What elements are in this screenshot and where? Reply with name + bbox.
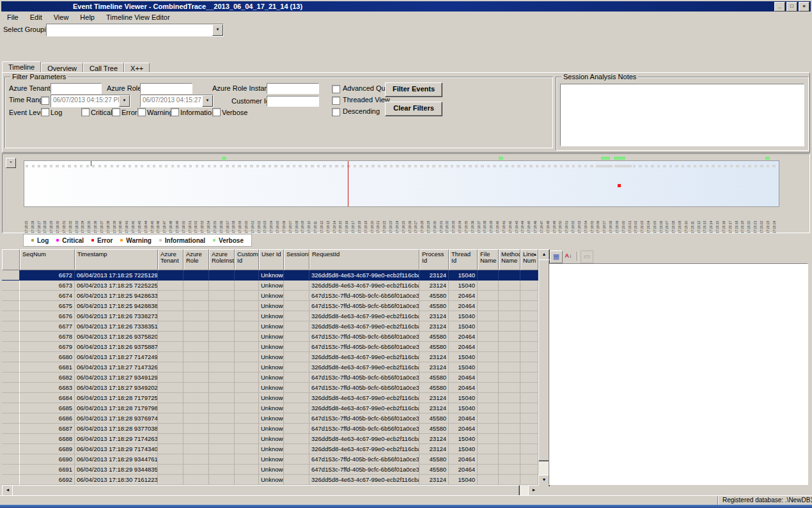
- timeline-plot-area[interactable]: [24, 160, 779, 207]
- column-header-requestid[interactable]: RequestId: [309, 249, 419, 270]
- axis-tick-label: 17:19:12: [319, 206, 325, 233]
- table-row[interactable]: 667806/04/2013 17:18:26 9375820Unknown64…: [2, 332, 538, 342]
- chevron-down-icon[interactable]: ▼: [202, 95, 213, 107]
- table-row[interactable]: 668806/04/2013 17:18:29 7174263Unknown32…: [2, 434, 538, 444]
- table-row[interactable]: 668006/04/2013 17:18:27 7147249Unknown32…: [2, 352, 538, 362]
- event-level-critical-checkbox[interactable]: [81, 108, 90, 116]
- column-header-azure-role[interactable]: Azure Role: [183, 249, 209, 270]
- customer-id-input[interactable]: [267, 96, 319, 107]
- table-row[interactable]: 667306/04/2013 17:18:25 7225225Unknown32…: [2, 281, 538, 291]
- column-header-row-selector[interactable]: [2, 249, 20, 270]
- table-row[interactable]: 668206/04/2013 17:18:27 9349129Unknown64…: [2, 373, 538, 383]
- cell: [478, 291, 499, 301]
- column-header-azure-roleinstan[interactable]: Azure RoleInstan: [209, 249, 235, 270]
- event-level-information-checkbox[interactable]: [171, 108, 179, 116]
- chevron-down-icon[interactable]: ▼: [119, 95, 130, 107]
- collapse-chart-button[interactable]: -: [6, 158, 16, 168]
- alphabetical-sort-icon[interactable]: A↓: [563, 250, 574, 262]
- column-header-seqnum[interactable]: SeqNum: [20, 249, 75, 270]
- tab-call-tree[interactable]: Call Tree: [83, 63, 124, 73]
- table-row[interactable]: 668506/04/2013 17:18:28 7179798Unknown32…: [2, 403, 538, 413]
- time-range-checkbox[interactable]: [41, 96, 49, 105]
- cell: 6691: [20, 465, 75, 475]
- cell: [284, 321, 309, 332]
- table-row[interactable]: 667506/04/2013 17:18:25 9428838Unknown64…: [2, 301, 538, 311]
- cell: [158, 413, 183, 424]
- clear-filters-button[interactable]: Clear Filters: [385, 102, 442, 116]
- cell: Unknown: [259, 475, 284, 485]
- tab-timeline[interactable]: Timeline: [2, 61, 41, 73]
- column-header-line-num[interactable]: Line Num▲: [520, 249, 538, 270]
- filter-events-button[interactable]: Filter Events: [385, 82, 442, 97]
- table-row[interactable]: 667706/04/2013 17:18:26 7338351Unknown32…: [2, 321, 538, 332]
- table-row[interactable]: 668706/04/2013 17:18:28 9377038Unknown64…: [2, 424, 538, 434]
- descending-checkbox[interactable]: [332, 108, 340, 116]
- minimize-button[interactable]: _: [774, 2, 785, 12]
- close-button[interactable]: ×: [799, 2, 809, 12]
- verbose-marker: [765, 157, 770, 160]
- column-header-customer-id[interactable]: Customer Id: [235, 249, 259, 270]
- chevron-down-icon[interactable]: ▼: [212, 24, 223, 36]
- advanced-query-checkbox[interactable]: [332, 85, 340, 93]
- axis-tick-label: 17:19:15: [338, 206, 344, 233]
- time-range-to-picker[interactable]: 06/07/2013 04:15:27 PM ▼: [140, 95, 214, 107]
- menu-item-timeline-view-editor[interactable]: Timeline View Editor: [100, 12, 176, 22]
- azure-tenant-input[interactable]: [51, 83, 102, 94]
- table-row[interactable]: 668406/04/2013 17:18:28 7179725Unknown32…: [2, 393, 538, 403]
- verbose-marker: [222, 157, 226, 160]
- column-header-sessionid[interactable]: SessionId: [284, 249, 309, 270]
- event-level-verbose-checkbox[interactable]: [212, 108, 221, 116]
- cell: [2, 321, 20, 332]
- event-level-warning-checkbox[interactable]: [137, 108, 146, 116]
- select-grouping-dropdown[interactable]: ▼: [46, 24, 224, 36]
- restore-button[interactable]: □: [786, 2, 797, 12]
- column-header-method-name[interactable]: Method Name: [499, 249, 520, 270]
- column-header-thread-id[interactable]: Thread Id: [449, 249, 478, 270]
- property-panel-content[interactable]: [549, 263, 808, 485]
- table-row[interactable]: 669206/04/2013 17:18:30 7161223Unknown32…: [2, 475, 538, 485]
- column-header-azure-tenant[interactable]: Azure Tenant: [158, 249, 183, 270]
- table-row[interactable]: 669006/04/2013 17:18:29 9344761Unknown64…: [2, 454, 538, 465]
- verbose-dot-icon: [213, 239, 215, 242]
- cell: 326dd5d8-4e63-4c67-99e0-ecb2f116cba5: [309, 321, 419, 332]
- axis-tick-label: 17:19:04: [269, 206, 275, 233]
- tab-x[interactable]: X++: [124, 63, 150, 73]
- axis-tick-label: 17:19:31: [439, 206, 445, 233]
- axis-tick-label: 17:20:01: [627, 206, 634, 233]
- cell: [158, 393, 183, 403]
- title-bar[interactable]: Event Timeline Viewer - CombinedTrace__2…: [1, 1, 811, 12]
- time-range-from-picker[interactable]: 06/07/2013 04:15:27 PM ▼: [51, 95, 130, 107]
- categorized-icon[interactable]: ▦: [550, 250, 563, 263]
- column-header-file-name[interactable]: File Name: [478, 249, 499, 270]
- cell: 647d153c-7ffd-405b-9cfc-6b56f01a0ce3: [309, 413, 419, 424]
- column-header-process-id[interactable]: Process Id: [419, 249, 449, 270]
- table-row[interactable]: 667406/04/2013 17:18:25 9428633Unknown64…: [2, 291, 538, 301]
- table-row[interactable]: 668606/04/2013 17:18:28 9376974Unknown64…: [2, 413, 538, 424]
- table-row[interactable]: 668906/04/2013 17:18:29 7174340Unknown32…: [2, 444, 538, 454]
- menu-item-help[interactable]: Help: [74, 12, 100, 22]
- cell: 6683: [20, 383, 75, 393]
- axis-tick-label: 17:18:52: [193, 206, 199, 233]
- azure-role-instance-input[interactable]: [267, 83, 319, 94]
- table-row[interactable]: 667906/04/2013 17:18:26 9375887Unknown64…: [2, 342, 538, 352]
- azure-role-input[interactable]: [140, 83, 192, 94]
- table-row[interactable]: 669106/04/2013 17:18:29 9344835Unknown64…: [2, 465, 538, 475]
- event-level-error-checkbox[interactable]: [112, 108, 120, 116]
- column-header-timestamp[interactable]: Timestamp: [75, 249, 158, 270]
- threaded-view-checkbox[interactable]: [332, 96, 340, 105]
- axis-tick-label: 17:18:42: [130, 206, 137, 233]
- cell: Unknown: [259, 281, 284, 291]
- table-row[interactable]: 668106/04/2013 17:18:27 7147326Unknown32…: [2, 362, 538, 373]
- menu-item-view[interactable]: View: [48, 12, 75, 22]
- table-row[interactable]: 667606/04/2013 17:18:26 7338273Unknown32…: [2, 311, 538, 321]
- column-header-user-id[interactable]: User Id: [259, 249, 284, 270]
- cell: [284, 352, 309, 362]
- table-row[interactable]: 668306/04/2013 17:18:27 9349202Unknown64…: [2, 383, 538, 393]
- menu-item-file[interactable]: File: [1, 12, 24, 22]
- menu-item-edit[interactable]: Edit: [24, 12, 48, 22]
- table-row[interactable]: 667206/04/2013 17:18:25 7225129Unknown32…: [2, 270, 538, 281]
- tab-overview[interactable]: Overview: [41, 63, 83, 73]
- event-level-log-checkbox[interactable]: [41, 108, 49, 116]
- cell: [158, 383, 183, 393]
- session-analysis-notes-textarea[interactable]: [560, 84, 804, 146]
